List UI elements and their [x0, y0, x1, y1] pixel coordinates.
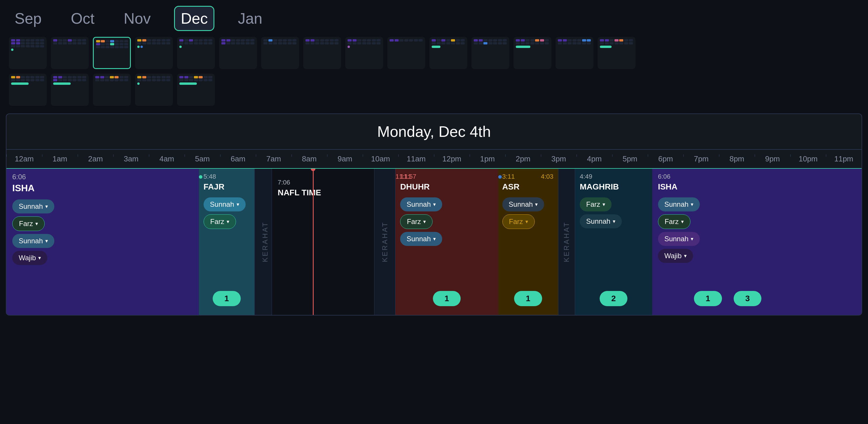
maghrib-time: 4:49: [580, 173, 648, 180]
time-10am: 10am: [363, 154, 398, 164]
asr-name: ASR: [502, 182, 554, 192]
dhuhr-farz-btn[interactable]: Farz ▾: [400, 214, 433, 229]
maghrib-sunnah-btn[interactable]: Sunnah ▾: [580, 214, 622, 228]
time-8pm: 8pm: [719, 154, 755, 164]
asr-sunnah-btn[interactable]: Sunnah ▾: [502, 197, 545, 211]
time-7pm: 7pm: [683, 154, 719, 164]
time-6pm: 6pm: [648, 154, 683, 164]
time-9pm: 9pm: [755, 154, 790, 164]
fajr-marker-dot-area: [199, 173, 204, 180]
asr-badge[interactable]: 1: [514, 291, 542, 306]
month-navigation: Sep Oct Nov Dec Jan: [0, 0, 868, 37]
kerahat-1-label: KERAHAT: [261, 221, 269, 262]
fajr-farz-btn[interactable]: Farz ▾: [204, 214, 236, 229]
time-ruler: 12am 1am 2am 3am 4am 5am 6am 7am 8am 9am…: [6, 150, 862, 169]
time-11am: 11am: [398, 154, 434, 164]
time-4am: 4am: [149, 154, 185, 164]
mini-cal-8[interactable]: [303, 37, 341, 69]
isha-right-sunnah1-btn[interactable]: Sunnah ▾: [658, 197, 700, 211]
time-4pm: 4pm: [577, 154, 612, 164]
time-5am: 5am: [185, 154, 220, 164]
month-jan[interactable]: Jan: [232, 7, 268, 30]
time-5pm: 5pm: [612, 154, 648, 164]
isha-left-name: ISHA: [12, 183, 219, 194]
fajr-block: 5:48 FAJR Sunnah ▾ Farz ▾ 1: [199, 169, 254, 315]
dhuhr-badge[interactable]: 1: [433, 291, 461, 306]
mini-cal-r2-4[interactable]: [135, 74, 173, 106]
kerahat-2-label: KERAHAT: [381, 221, 389, 262]
isha-left-wajib-btn[interactable]: Wajib ▾: [12, 251, 47, 265]
time-10pm: 10pm: [790, 154, 826, 164]
time-3am: 3am: [113, 154, 149, 164]
mini-cal-r2-2[interactable]: [51, 74, 89, 106]
mini-cal-r2-3[interactable]: [93, 74, 131, 106]
month-dec[interactable]: Dec: [174, 6, 214, 31]
mini-cal-14[interactable]: [556, 37, 593, 69]
time-2pm: 2pm: [505, 154, 541, 164]
isha-right-time: 6:06: [658, 173, 856, 180]
kerahat-3-label: KERAHAT: [562, 221, 571, 262]
isha-right-farz-btn[interactable]: Farz ▾: [658, 214, 690, 229]
fajr-sunnah-btn[interactable]: Sunnah ▾: [204, 197, 246, 211]
mini-cal-1[interactable]: [9, 37, 47, 69]
mini-cal-7[interactable]: [261, 37, 299, 69]
time-12pm: 12pm: [434, 154, 470, 164]
time-1pm: 1pm: [470, 154, 505, 164]
time-11pm: 11pm: [826, 154, 862, 164]
time-7am: 7am: [256, 154, 291, 164]
month-sep[interactable]: Sep: [9, 7, 48, 30]
dhuhr-sunnah2-btn[interactable]: Sunnah ▾: [400, 232, 442, 246]
isha-right-name: ISHA: [658, 182, 856, 192]
mini-cal-4[interactable]: [135, 37, 173, 69]
isha-right-badge-3[interactable]: 3: [734, 291, 762, 306]
nafl-name: NAFL TIME: [278, 188, 368, 197]
timeline-header: Monday, Dec 4th: [6, 114, 862, 150]
time-3pm: 3pm: [541, 154, 577, 164]
maghrib-farz-btn[interactable]: Farz ▾: [580, 197, 612, 211]
dhuhr-sunnah1-btn[interactable]: Sunnah ▾: [400, 197, 442, 211]
time-12am: 12am: [6, 154, 42, 164]
mini-cal-15[interactable]: [597, 37, 636, 69]
isha-left-sunnah2-btn[interactable]: Sunnah ▾: [12, 234, 54, 248]
fajr-badge[interactable]: 1: [213, 291, 241, 306]
month-nov[interactable]: Nov: [118, 7, 156, 30]
isha-right-sunnah2-btn[interactable]: Sunnah ▾: [658, 232, 700, 246]
mini-cal-5[interactable]: [177, 37, 215, 69]
mini-cal-6[interactable]: [219, 37, 257, 69]
kerahat-3: KERAHAT: [558, 169, 576, 315]
mini-cal-9[interactable]: [345, 37, 383, 69]
dhuhr-name: DHUHR: [400, 182, 493, 192]
maghrib-badge[interactable]: 2: [599, 291, 628, 306]
mini-cal-r2-1[interactable]: [9, 74, 47, 106]
isha-left-farz-btn[interactable]: Farz ▾: [12, 217, 45, 231]
asr-farz-btn[interactable]: Farz ▾: [502, 214, 535, 229]
fajr-name: FAJR: [204, 182, 250, 192]
isha-left-time: 6:06: [12, 173, 219, 181]
mini-cal-13[interactable]: [514, 37, 551, 69]
time-6am: 6am: [220, 154, 256, 164]
dhuhr-start-time: 11:11: [396, 173, 411, 180]
mini-calendar-row-1: [0, 37, 868, 74]
mini-calendar-row-2: [0, 74, 868, 111]
mini-cal-dec-selected[interactable]: [93, 37, 131, 69]
timeline-panel: Monday, Dec 4th 12am 1am 2am 3am 4am 5am…: [6, 113, 862, 315]
mini-cal-11[interactable]: [429, 37, 467, 69]
month-oct[interactable]: Oct: [65, 7, 100, 30]
mini-cal-r2-5[interactable]: [177, 74, 215, 106]
dhuhr-time: 11:57: [400, 173, 493, 180]
time-8am: 8am: [291, 154, 327, 164]
maghrib-name: MAGHRIB: [580, 182, 648, 192]
isha-left-sunnah1-btn[interactable]: Sunnah ▾: [12, 199, 54, 214]
mini-cal-10[interactable]: [387, 37, 425, 69]
asr-end-time: 4:03: [541, 173, 554, 180]
maghrib-block: 4:49 MAGHRIB Farz ▾ Sunnah ▾ 2: [575, 169, 652, 315]
isha-right-block: 6:06 ISHA Sunnah ▾ Farz ▾ Sunnah ▾ Wajib…: [652, 169, 862, 315]
isha-right-badge-1[interactable]: 1: [694, 291, 722, 306]
current-time-line: [313, 169, 314, 315]
isha-right-wajib-btn[interactable]: Wajib ▾: [658, 249, 693, 263]
timeline-title: Monday, Dec 4th: [15, 123, 853, 140]
time-2am: 2am: [78, 154, 113, 164]
mini-cal-2[interactable]: [51, 37, 89, 69]
mini-cal-12[interactable]: [471, 37, 509, 69]
nafl-time-label: 7:06: [278, 179, 368, 186]
